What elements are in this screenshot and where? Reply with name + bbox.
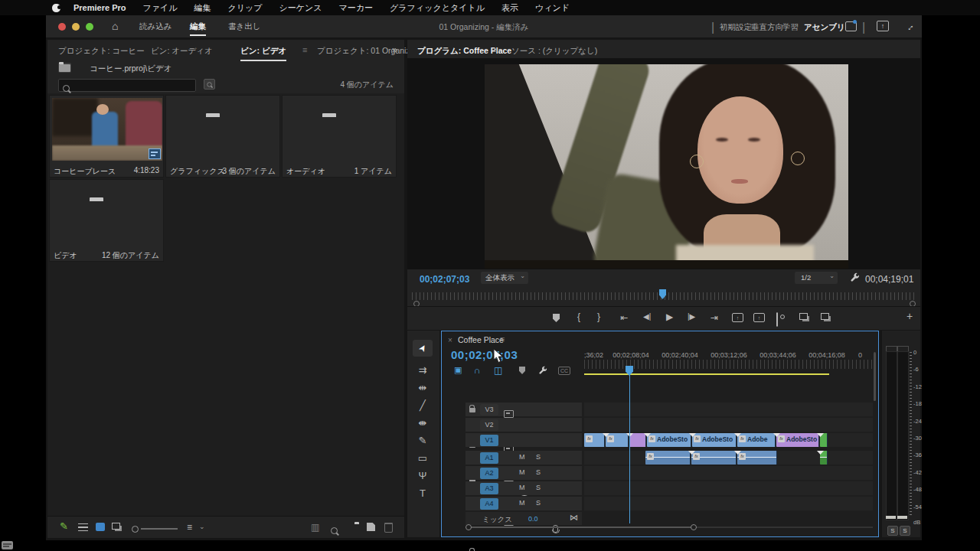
tab-bin-audio[interactable]: ビン: オーディオ — [151, 46, 213, 57]
fit-dropdown[interactable]: 全体表示 ⌄ — [481, 272, 528, 284]
automate-sequence-icon[interactable]: ▥ — [311, 522, 319, 533]
item-name[interactable]: オーディオ — [286, 166, 325, 177]
audio-clip[interactable]: fx — [645, 451, 691, 465]
menu-item[interactable]: グラフィックとタイトル — [381, 2, 493, 14]
menu-item[interactable]: ファイル — [134, 2, 185, 14]
bin-up-button[interactable] — [58, 63, 71, 73]
bin-item-folder-audio[interactable]: オーディオ 1 アイテム — [282, 95, 397, 178]
video-clip[interactable]: fxAdobe — [737, 433, 776, 447]
tab-project-coffee[interactable]: プロジェクト: コーヒー — [58, 46, 145, 57]
add-marker-icon[interactable] — [519, 367, 525, 374]
bin-item-sequence[interactable]: コーヒープレース 4:18:23 — [49, 95, 164, 178]
minimize-window-button[interactable] — [72, 23, 80, 31]
breadcrumb[interactable]: コーヒー.prproj\ビデオ — [90, 64, 172, 74]
audio-clip[interactable]: fx — [737, 451, 777, 465]
track-target-a3[interactable]: A3 — [480, 483, 498, 494]
multicam-view-button[interactable] — [821, 313, 829, 320]
video-clip[interactable]: fx — [584, 433, 605, 447]
sort-icon[interactable]: ≡ — [187, 522, 192, 533]
audio-clip[interactable]: fx — [691, 451, 737, 465]
writable-pencil-icon[interactable]: ✎ — [60, 520, 68, 532]
selection-tool[interactable]: ➤ — [413, 340, 433, 357]
add-marker-button[interactable] — [553, 314, 560, 322]
bin-item-folder-graphics[interactable]: グラフィックス 3 個のアイテム — [165, 95, 280, 178]
timeline-hscroll-bar[interactable] — [469, 527, 693, 528]
solo-left-button[interactable]: S — [887, 526, 898, 536]
export-frame-button[interactable] — [776, 312, 778, 327]
track-target-v3[interactable]: V3 — [480, 404, 498, 416]
share-icon[interactable]: ↑ — [877, 21, 889, 31]
menu-item[interactable]: ウィンド — [527, 2, 578, 14]
fit-timeline-icon[interactable]: ⋈ — [570, 513, 578, 523]
freeform-view-icon[interactable] — [112, 523, 120, 530]
close-window-button[interactable] — [58, 23, 66, 31]
find-in-bin-icon[interactable] — [204, 79, 215, 90]
track-lane-v3[interactable] — [584, 403, 873, 416]
hscroll-handle-right[interactable] — [691, 524, 697, 530]
mute-button[interactable]: M — [519, 453, 525, 461]
solo-right-button[interactable]: S — [900, 526, 910, 536]
track-target-v2[interactable]: V2 — [480, 419, 498, 431]
workspace-learning[interactable]: 学習 — [782, 22, 799, 33]
menu-item[interactable]: マーカー — [331, 2, 382, 14]
program-current-timecode[interactable]: 00;02;07;03 — [420, 274, 469, 285]
zoom-slider-track[interactable] — [141, 528, 178, 530]
solo-button[interactable]: S — [536, 468, 541, 476]
rectangle-tool[interactable]: ▭ — [413, 452, 433, 464]
type-tool[interactable]: T — [413, 487, 433, 499]
mute-button[interactable]: M — [519, 484, 525, 491]
home-icon[interactable]: ⌂ — [112, 20, 118, 32]
ripple-edit-tool[interactable]: ⇹ — [413, 382, 433, 393]
step-back-button[interactable]: ◀| — [643, 312, 651, 321]
solo-button[interactable]: S — [536, 484, 541, 491]
lift-button[interactable]: ↑ — [732, 313, 743, 322]
track-lane-a4[interactable] — [584, 497, 873, 510]
slip-tool[interactable]: ⇼ — [413, 417, 433, 429]
zoom-slider-handle[interactable] — [132, 526, 139, 533]
track-lane-a2[interactable] — [584, 466, 873, 480]
workspace-assembly[interactable]: アセンブリ — [804, 22, 845, 33]
mark-in-button[interactable]: { — [577, 311, 580, 322]
sync-lock-icon[interactable] — [504, 410, 514, 418]
track-target-a4[interactable]: A4 — [480, 498, 498, 510]
track-target-a2[interactable]: A2 — [480, 468, 498, 479]
snap-magnet-icon[interactable]: ∩ — [474, 365, 481, 376]
menu-item[interactable]: シーケンス — [271, 2, 331, 14]
sort-chevron-icon[interactable]: ⌄ — [199, 523, 205, 530]
tab-import[interactable]: 読み込み — [139, 21, 172, 32]
menu-item[interactable]: 表示 — [493, 2, 527, 14]
menu-item[interactable]: 編集 — [186, 2, 220, 14]
razor-tool[interactable]: ╱ — [413, 399, 433, 411]
timeline-settings-wrench-icon[interactable] — [538, 366, 547, 375]
fullscreen-icon[interactable]: ↔ — [903, 20, 916, 34]
video-clip[interactable] — [629, 433, 646, 447]
trash-icon[interactable] — [384, 523, 393, 533]
extract-button[interactable]: ↑ — [753, 313, 765, 322]
zoom-window-button[interactable] — [86, 23, 93, 31]
tab-overflow-icon[interactable]: » — [392, 44, 397, 55]
timeline-vscroll[interactable] — [874, 352, 876, 401]
captions-toggle[interactable]: CC — [558, 367, 570, 375]
timeline-tab[interactable]: Coffee Place — [458, 335, 504, 344]
video-clip[interactable]: fxAdobeSto — [692, 433, 737, 447]
new-item-icon[interactable] — [367, 523, 375, 531]
workspace-vertical[interactable]: 垂直方向 — [751, 22, 783, 33]
video-clip[interactable]: fxAdobeSto — [776, 433, 819, 447]
tab-edit[interactable]: 編集 — [190, 21, 206, 36]
item-name[interactable]: グラフィックス — [170, 166, 225, 177]
workspace-default[interactable]: 初期設定 — [720, 22, 752, 33]
apple-logo-icon[interactable] — [52, 4, 60, 12]
solo-button[interactable]: S — [536, 499, 541, 507]
list-view-icon[interactable] — [78, 523, 88, 531]
tab-project-organizing[interactable]: プロジェクト: 01 Organizing — [317, 46, 421, 57]
menu-item[interactable]: クリップ — [220, 2, 271, 14]
video-clip[interactable]: fx — [606, 433, 629, 447]
go-to-out-button[interactable]: ⇥ — [710, 312, 718, 323]
track-target-v1[interactable]: V1 — [480, 435, 498, 446]
button-editor-plus[interactable]: + — [906, 310, 913, 322]
close-tab-icon[interactable]: × — [448, 336, 452, 344]
item-name[interactable]: コーヒープレース — [54, 166, 116, 177]
hand-tool[interactable]: Ψ — [413, 470, 433, 481]
menu-app-name[interactable]: Premiere Pro — [65, 3, 134, 12]
mute-button[interactable]: M — [519, 468, 525, 476]
